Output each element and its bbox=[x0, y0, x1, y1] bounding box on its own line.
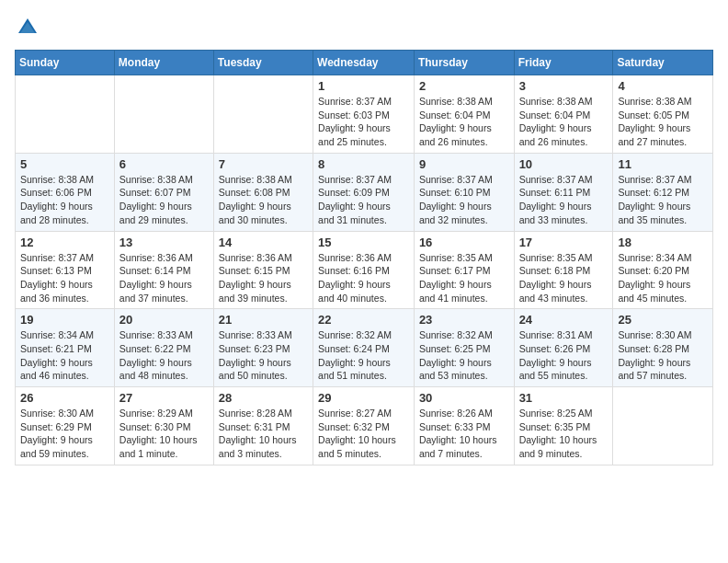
calendar-cell bbox=[213, 75, 313, 154]
day-number: 31 bbox=[519, 391, 609, 405]
day-number: 18 bbox=[618, 236, 708, 249]
weekday-header: Thursday bbox=[414, 51, 514, 75]
day-number: 15 bbox=[318, 236, 409, 249]
day-info: Sunrise: 8:36 AMSunset: 6:16 PMDaylight:… bbox=[318, 251, 409, 305]
day-number: 19 bbox=[20, 313, 109, 327]
day-number: 24 bbox=[519, 313, 609, 327]
day-number: 1 bbox=[318, 79, 409, 93]
day-info: Sunrise: 8:37 AMSunset: 6:03 PMDaylight:… bbox=[318, 95, 409, 149]
calendar-cell: 7Sunrise: 8:38 AMSunset: 6:08 PMDaylight… bbox=[213, 153, 313, 231]
day-number: 21 bbox=[219, 313, 308, 327]
calendar-cell: 26Sunrise: 8:30 AMSunset: 6:29 PMDayligh… bbox=[16, 387, 115, 465]
calendar-cell: 19Sunrise: 8:34 AMSunset: 6:21 PMDayligh… bbox=[16, 309, 115, 387]
day-number: 2 bbox=[419, 79, 509, 93]
calendar-cell: 11Sunrise: 8:37 AMSunset: 6:12 PMDayligh… bbox=[613, 153, 713, 231]
calendar-cell: 21Sunrise: 8:33 AMSunset: 6:23 PMDayligh… bbox=[213, 309, 313, 387]
day-info: Sunrise: 8:38 AMSunset: 6:04 PMDaylight:… bbox=[519, 95, 609, 149]
calendar-cell: 30Sunrise: 8:26 AMSunset: 6:33 PMDayligh… bbox=[414, 387, 514, 465]
calendar-week-row: 12Sunrise: 8:37 AMSunset: 6:13 PMDayligh… bbox=[16, 231, 713, 309]
day-number: 25 bbox=[618, 313, 708, 327]
day-number: 6 bbox=[119, 157, 209, 171]
calendar-cell: 20Sunrise: 8:33 AMSunset: 6:22 PMDayligh… bbox=[114, 309, 213, 387]
day-info: Sunrise: 8:31 AMSunset: 6:26 PMDaylight:… bbox=[519, 328, 609, 383]
calendar-cell: 25Sunrise: 8:30 AMSunset: 6:28 PMDayligh… bbox=[613, 309, 713, 387]
day-info: Sunrise: 8:36 AMSunset: 6:14 PMDaylight:… bbox=[119, 251, 209, 305]
day-info: Sunrise: 8:36 AMSunset: 6:15 PMDaylight:… bbox=[219, 251, 308, 305]
calendar-cell: 31Sunrise: 8:25 AMSunset: 6:35 PMDayligh… bbox=[514, 387, 613, 465]
calendar-cell bbox=[16, 75, 115, 154]
calendar-cell: 14Sunrise: 8:36 AMSunset: 6:15 PMDayligh… bbox=[213, 231, 313, 309]
day-number: 20 bbox=[119, 313, 209, 327]
weekday-header: Friday bbox=[514, 51, 613, 75]
calendar-cell: 17Sunrise: 8:35 AMSunset: 6:18 PMDayligh… bbox=[514, 231, 613, 309]
calendar-cell: 15Sunrise: 8:36 AMSunset: 6:16 PMDayligh… bbox=[313, 231, 415, 309]
day-info: Sunrise: 8:35 AMSunset: 6:18 PMDaylight:… bbox=[519, 251, 609, 305]
logo-icon bbox=[15, 15, 40, 40]
day-info: Sunrise: 8:38 AMSunset: 6:06 PMDaylight:… bbox=[20, 173, 109, 227]
weekday-header: Saturday bbox=[613, 51, 713, 75]
day-number: 26 bbox=[20, 391, 109, 405]
day-info: Sunrise: 8:38 AMSunset: 6:05 PMDaylight:… bbox=[618, 95, 708, 149]
day-info: Sunrise: 8:26 AMSunset: 6:33 PMDaylight:… bbox=[419, 407, 509, 461]
page-header bbox=[15, 15, 713, 40]
day-number: 29 bbox=[318, 391, 409, 405]
calendar-cell: 6Sunrise: 8:38 AMSunset: 6:07 PMDaylight… bbox=[114, 153, 213, 231]
weekday-header: Tuesday bbox=[213, 51, 313, 75]
calendar-week-row: 1Sunrise: 8:37 AMSunset: 6:03 PMDaylight… bbox=[16, 75, 713, 154]
day-number: 14 bbox=[219, 236, 308, 249]
day-number: 9 bbox=[419, 157, 509, 171]
day-info: Sunrise: 8:37 AMSunset: 6:13 PMDaylight:… bbox=[20, 251, 109, 305]
calendar-cell: 3Sunrise: 8:38 AMSunset: 6:04 PMDaylight… bbox=[514, 75, 613, 154]
calendar-cell: 4Sunrise: 8:38 AMSunset: 6:05 PMDaylight… bbox=[613, 75, 713, 154]
calendar-cell: 1Sunrise: 8:37 AMSunset: 6:03 PMDaylight… bbox=[313, 75, 415, 154]
calendar-cell bbox=[114, 75, 213, 154]
calendar-cell: 12Sunrise: 8:37 AMSunset: 6:13 PMDayligh… bbox=[16, 231, 115, 309]
day-info: Sunrise: 8:25 AMSunset: 6:35 PMDaylight:… bbox=[519, 407, 609, 461]
day-number: 5 bbox=[20, 157, 109, 171]
day-info: Sunrise: 8:28 AMSunset: 6:31 PMDaylight:… bbox=[219, 407, 308, 461]
logo bbox=[15, 15, 44, 40]
day-number: 11 bbox=[618, 157, 708, 171]
day-number: 10 bbox=[519, 157, 609, 171]
day-info: Sunrise: 8:37 AMSunset: 6:11 PMDaylight:… bbox=[519, 173, 609, 227]
day-info: Sunrise: 8:37 AMSunset: 6:10 PMDaylight:… bbox=[419, 173, 509, 227]
day-number: 13 bbox=[119, 236, 209, 249]
day-number: 3 bbox=[519, 79, 609, 93]
day-number: 22 bbox=[318, 313, 409, 327]
day-number: 28 bbox=[219, 391, 308, 405]
calendar-cell: 28Sunrise: 8:28 AMSunset: 6:31 PMDayligh… bbox=[213, 387, 313, 465]
day-info: Sunrise: 8:30 AMSunset: 6:29 PMDaylight:… bbox=[20, 407, 109, 461]
calendar-cell: 9Sunrise: 8:37 AMSunset: 6:10 PMDaylight… bbox=[414, 153, 514, 231]
calendar-cell: 23Sunrise: 8:32 AMSunset: 6:25 PMDayligh… bbox=[414, 309, 514, 387]
calendar-table: SundayMondayTuesdayWednesdayThursdayFrid… bbox=[15, 50, 713, 465]
day-info: Sunrise: 8:34 AMSunset: 6:21 PMDaylight:… bbox=[20, 328, 109, 383]
calendar-cell: 29Sunrise: 8:27 AMSunset: 6:32 PMDayligh… bbox=[313, 387, 415, 465]
day-info: Sunrise: 8:27 AMSunset: 6:32 PMDaylight:… bbox=[318, 407, 409, 461]
day-info: Sunrise: 8:37 AMSunset: 6:12 PMDaylight:… bbox=[618, 173, 708, 227]
day-info: Sunrise: 8:35 AMSunset: 6:17 PMDaylight:… bbox=[419, 251, 509, 305]
calendar-week-row: 5Sunrise: 8:38 AMSunset: 6:06 PMDaylight… bbox=[16, 153, 713, 231]
day-number: 7 bbox=[219, 157, 308, 171]
calendar-cell: 8Sunrise: 8:37 AMSunset: 6:09 PMDaylight… bbox=[313, 153, 415, 231]
calendar-cell bbox=[613, 387, 713, 465]
day-info: Sunrise: 8:33 AMSunset: 6:23 PMDaylight:… bbox=[219, 328, 308, 383]
weekday-header: Monday bbox=[114, 51, 213, 75]
calendar-cell: 5Sunrise: 8:38 AMSunset: 6:06 PMDaylight… bbox=[16, 153, 115, 231]
calendar-cell: 2Sunrise: 8:38 AMSunset: 6:04 PMDaylight… bbox=[414, 75, 514, 154]
day-info: Sunrise: 8:32 AMSunset: 6:25 PMDaylight:… bbox=[419, 328, 509, 383]
day-info: Sunrise: 8:30 AMSunset: 6:28 PMDaylight:… bbox=[618, 328, 708, 383]
calendar-cell: 16Sunrise: 8:35 AMSunset: 6:17 PMDayligh… bbox=[414, 231, 514, 309]
calendar-cell: 13Sunrise: 8:36 AMSunset: 6:14 PMDayligh… bbox=[114, 231, 213, 309]
day-number: 23 bbox=[419, 313, 509, 327]
day-info: Sunrise: 8:29 AMSunset: 6:30 PMDaylight:… bbox=[119, 407, 209, 461]
day-info: Sunrise: 8:32 AMSunset: 6:24 PMDaylight:… bbox=[318, 328, 409, 383]
day-info: Sunrise: 8:38 AMSunset: 6:04 PMDaylight:… bbox=[419, 95, 509, 149]
day-number: 16 bbox=[419, 236, 509, 249]
calendar-week-row: 26Sunrise: 8:30 AMSunset: 6:29 PMDayligh… bbox=[16, 387, 713, 465]
day-number: 27 bbox=[119, 391, 209, 405]
weekday-header: Sunday bbox=[16, 51, 115, 75]
day-number: 17 bbox=[519, 236, 609, 249]
calendar-cell: 27Sunrise: 8:29 AMSunset: 6:30 PMDayligh… bbox=[114, 387, 213, 465]
weekday-header: Wednesday bbox=[313, 51, 415, 75]
calendar-cell: 18Sunrise: 8:34 AMSunset: 6:20 PMDayligh… bbox=[613, 231, 713, 309]
